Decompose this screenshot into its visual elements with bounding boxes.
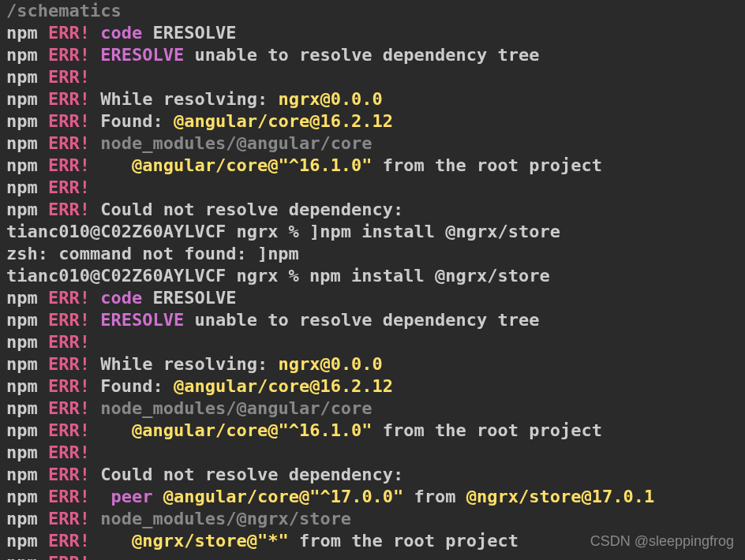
log-line: npm ERR! peer @angular/core@"^17.0.0" fr… [6,486,739,508]
log-line: npm ERR! Found: @angular/core@16.2.12 [6,110,739,133]
log-line: npm ERR! While resolving: ngrx@0.0.0 [6,88,739,110]
partial-line: /schematics [6,1,122,21]
log-line: npm ERR! code ERESOLVE [6,287,739,309]
shell-line: zsh: command not found: ]npm [6,243,739,265]
watermark: CSDN @sleeppingfrog [590,530,734,552]
log-line: npm ERR! [6,442,739,464]
log-line: npm ERR! [6,331,739,353]
terminal-output[interactable]: /schematics npm ERR! code ERESOLVE npm E… [0,0,745,560]
log-line: npm ERR! node_modules/@ngrx/store [6,508,739,530]
log-line: npm ERR! ERESOLVE unable to resolve depe… [6,44,739,66]
log-line: npm ERR! @angular/core@"^16.1.0" from th… [6,420,739,442]
log-line: npm ERR! Could not resolve dependency: [6,464,739,486]
log-line: npm ERR! @angular/core@"^16.1.0" from th… [6,155,739,177]
log-line: npm ERR! ERESOLVE unable to resolve depe… [6,309,739,331]
shell-line: tianc010@C02Z60AYLVCF ngrx % ]npm instal… [6,221,739,243]
log-line: npm ERR! code ERESOLVE [6,22,739,44]
shell-line: tianc010@C02Z60AYLVCF ngrx % npm install… [6,265,739,287]
log-line: npm ERR! [6,177,739,199]
log-line: npm ERR! node_modules/@angular/core [6,398,739,420]
log-line: npm ERR! While resolving: ngrx@0.0.0 [6,353,739,375]
log-line: npm ERR! Found: @angular/core@16.2.12 [6,375,739,398]
log-line: npm ERR! [6,552,739,560]
log-line: npm ERR! [6,66,739,88]
log-line: npm ERR! Could not resolve dependency: [6,199,739,221]
log-line: npm ERR! node_modules/@angular/core [6,133,739,155]
